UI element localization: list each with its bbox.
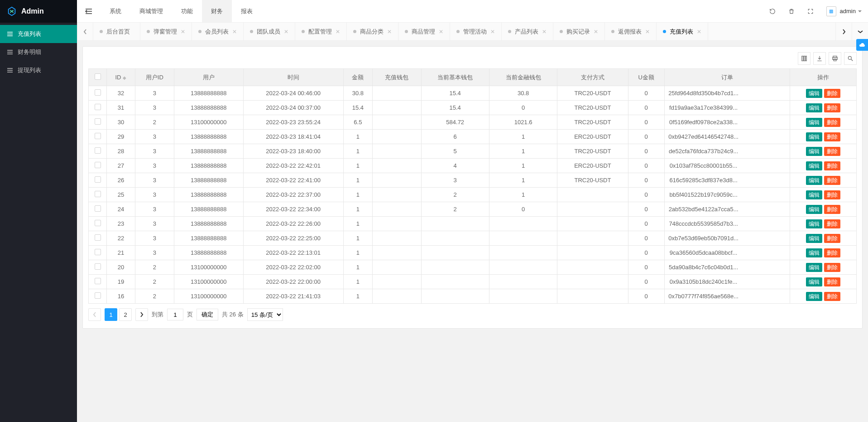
clear-button[interactable] bbox=[782, 0, 801, 22]
sidebar-toggle-button[interactable] bbox=[77, 0, 101, 22]
search-button[interactable] bbox=[844, 52, 857, 65]
row-checkbox[interactable] bbox=[95, 234, 101, 241]
row-checkbox[interactable] bbox=[95, 162, 101, 168]
close-icon[interactable]: ✕ bbox=[387, 29, 392, 35]
delete-button[interactable]: 删除 bbox=[824, 132, 840, 141]
edit-button[interactable]: 编辑 bbox=[806, 219, 822, 228]
close-icon[interactable]: ✕ bbox=[439, 29, 443, 35]
tab-item[interactable]: 商品管理✕ bbox=[398, 23, 450, 40]
row-checkbox[interactable] bbox=[95, 249, 101, 255]
sidebar-item-0[interactable]: 充值列表 bbox=[0, 25, 77, 43]
edit-button[interactable]: 编辑 bbox=[806, 161, 822, 170]
row-checkbox[interactable] bbox=[95, 104, 101, 110]
edit-button[interactable]: 编辑 bbox=[806, 118, 822, 127]
tabs-dropdown[interactable] bbox=[852, 23, 868, 40]
delete-button[interactable]: 删除 bbox=[824, 190, 840, 199]
row-checkbox[interactable] bbox=[95, 133, 101, 139]
page-number[interactable]: 1 bbox=[105, 308, 117, 321]
edit-button[interactable]: 编辑 bbox=[806, 190, 822, 199]
tab-item[interactable]: 弹窗管理✕ bbox=[140, 23, 192, 40]
close-icon[interactable]: ✕ bbox=[645, 29, 650, 35]
page-next[interactable] bbox=[135, 308, 148, 321]
goto-input[interactable] bbox=[167, 309, 183, 320]
tabs-scroll-right[interactable] bbox=[835, 23, 852, 40]
tab-item[interactable]: 购买记录✕ bbox=[553, 23, 605, 40]
edit-button[interactable]: 编辑 bbox=[806, 176, 822, 185]
refresh-button[interactable] bbox=[763, 0, 782, 22]
delete-button[interactable]: 删除 bbox=[824, 161, 840, 170]
user-menu[interactable]: ▩ admin bbox=[820, 0, 868, 22]
delete-button[interactable]: 删除 bbox=[824, 292, 840, 301]
edit-button[interactable]: 编辑 bbox=[806, 103, 822, 112]
tab-item[interactable]: 管理活动✕ bbox=[450, 23, 502, 40]
header-nav-item[interactable]: 报表 bbox=[232, 0, 262, 22]
row-checkbox[interactable] bbox=[95, 220, 101, 226]
close-icon[interactable]: ✕ bbox=[232, 29, 237, 35]
edit-button[interactable]: 编辑 bbox=[806, 132, 822, 141]
close-icon[interactable]: ✕ bbox=[542, 29, 547, 35]
edit-button[interactable]: 编辑 bbox=[806, 147, 822, 156]
header-nav-item[interactable]: 商城管理 bbox=[130, 0, 172, 22]
tab-item[interactable]: 会员列表✕ bbox=[192, 23, 244, 40]
checkbox-all[interactable] bbox=[95, 73, 101, 80]
header-nav-item[interactable]: 系统 bbox=[101, 0, 130, 22]
col-header[interactable]: ID◆ bbox=[107, 69, 135, 86]
header-nav-item[interactable]: 功能 bbox=[172, 0, 202, 22]
close-icon[interactable]: ✕ bbox=[284, 29, 288, 35]
page-limit-select[interactable]: 15 条/页 bbox=[247, 308, 283, 321]
close-icon[interactable]: ✕ bbox=[336, 29, 340, 35]
delete-button[interactable]: 删除 bbox=[824, 277, 840, 286]
delete-button[interactable]: 删除 bbox=[824, 234, 840, 243]
edit-button[interactable]: 编辑 bbox=[806, 205, 822, 214]
tab-item[interactable]: 充值列表✕ bbox=[657, 23, 708, 40]
row-checkbox[interactable] bbox=[95, 89, 101, 96]
row-checkbox[interactable] bbox=[95, 118, 101, 125]
delete-button[interactable]: 删除 bbox=[824, 263, 840, 272]
delete-button[interactable]: 删除 bbox=[824, 118, 840, 127]
close-icon[interactable]: ✕ bbox=[490, 29, 495, 35]
sidebar-item-1[interactable]: 财务明细 bbox=[0, 43, 77, 61]
delete-button[interactable]: 删除 bbox=[824, 147, 840, 156]
delete-button[interactable]: 删除 bbox=[824, 103, 840, 112]
cell-user: 13888888888 bbox=[174, 86, 243, 101]
edit-button[interactable]: 编辑 bbox=[806, 248, 822, 257]
row-checkbox[interactable] bbox=[95, 263, 101, 270]
delete-button[interactable]: 删除 bbox=[824, 219, 840, 228]
page-prev[interactable] bbox=[88, 308, 101, 321]
tab-item[interactable]: 团队成员✕ bbox=[244, 23, 295, 40]
fullscreen-button[interactable] bbox=[801, 0, 820, 22]
tabs-scroll-left[interactable] bbox=[77, 23, 93, 40]
header-nav-item[interactable]: 财务 bbox=[202, 0, 232, 22]
column-toggle-button[interactable] bbox=[798, 52, 810, 65]
tab-item[interactable]: 商品分类✕ bbox=[347, 23, 398, 40]
row-checkbox[interactable] bbox=[95, 147, 101, 154]
delete-button[interactable]: 删除 bbox=[824, 89, 840, 98]
row-checkbox[interactable] bbox=[95, 205, 101, 212]
close-icon[interactable]: ✕ bbox=[594, 29, 598, 35]
edit-button[interactable]: 编辑 bbox=[806, 263, 822, 272]
goto-button[interactable]: 确定 bbox=[197, 309, 218, 320]
tab-item[interactable]: 后台首页 bbox=[93, 23, 140, 40]
delete-button[interactable]: 删除 bbox=[824, 176, 840, 185]
page-number[interactable]: 2 bbox=[119, 308, 132, 321]
delete-button[interactable]: 删除 bbox=[824, 248, 840, 257]
print-button[interactable] bbox=[829, 52, 841, 65]
edit-button[interactable]: 编辑 bbox=[806, 89, 822, 98]
edit-button[interactable]: 编辑 bbox=[806, 292, 822, 301]
float-helper-button[interactable] bbox=[856, 39, 868, 51]
header-nav: 系统商城管理功能财务报表 bbox=[101, 0, 262, 22]
edit-button[interactable]: 编辑 bbox=[806, 277, 822, 286]
close-icon[interactable]: ✕ bbox=[697, 29, 701, 35]
row-checkbox[interactable] bbox=[95, 176, 101, 183]
export-button[interactable] bbox=[813, 52, 826, 65]
close-icon[interactable]: ✕ bbox=[181, 29, 185, 35]
row-checkbox[interactable] bbox=[95, 278, 101, 284]
sidebar-item-2[interactable]: 提现列表 bbox=[0, 61, 77, 79]
row-checkbox[interactable] bbox=[95, 292, 101, 299]
tab-item[interactable]: 产品列表✕ bbox=[502, 23, 553, 40]
delete-button[interactable]: 删除 bbox=[824, 205, 840, 214]
tab-item[interactable]: 返佣报表✕ bbox=[605, 23, 657, 40]
row-checkbox[interactable] bbox=[95, 191, 101, 197]
edit-button[interactable]: 编辑 bbox=[806, 234, 822, 243]
tab-item[interactable]: 配置管理✕ bbox=[295, 23, 347, 40]
